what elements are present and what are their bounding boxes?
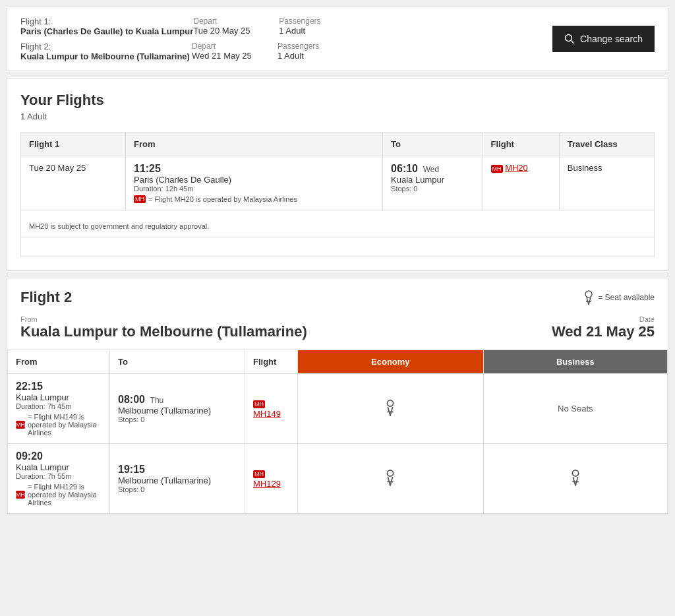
flight1-row: Flight 1: Paris (Charles De Gaulle) to K… <box>20 16 552 36</box>
seat-available-icon-2 <box>382 469 398 486</box>
stops-info: Stops: 0 <box>391 185 474 193</box>
row2-business[interactable] <box>483 444 667 514</box>
operated-by-text: = Flight MH20 is operated by Malaysia Ai… <box>148 195 297 203</box>
row1-depart-city: Kuala Lumpur <box>16 392 102 402</box>
your-flights-subtitle: 1 Adult <box>20 111 655 121</box>
svg-point-2 <box>585 291 592 297</box>
mh-logo-icon-6: MH <box>253 470 265 478</box>
flight-duration: Duration: 12h 45m <box>134 185 374 193</box>
row1-duration: Duration: 7h 45m <box>16 402 102 410</box>
flight1-depart: Depart Tue 20 May 25 <box>193 16 279 36</box>
th-from: From <box>125 133 382 156</box>
arrive-city: Kuala Lumpur <box>391 175 474 185</box>
table-row: Tue 20 May 25 11:25 Paris (Charles De Ga… <box>21 156 655 210</box>
row-date: Tue 20 May 25 <box>21 156 126 210</box>
seat-available-icon-3 <box>568 469 583 486</box>
flight-info-rows: Flight 1: Paris (Charles De Gaulle) to K… <box>20 16 552 61</box>
arrive-time-wrapper: 06:10 Wed <box>391 163 474 175</box>
table-row: 09:20 Kuala Lumpur Duration: 7h 55m MH =… <box>8 444 668 514</box>
route-date: Wed 21 May 25 <box>552 323 655 340</box>
row2-operated: MH = Flight MH129 is operated by Malaysi… <box>16 483 102 507</box>
note-row: MH20 is subject to government and regula… <box>21 210 655 237</box>
row2-stops: Stops: 0 <box>118 485 237 493</box>
flight2-depart-label: Depart <box>192 42 278 51</box>
mh-logo-icon-2: MH <box>491 165 503 173</box>
from-label: From <box>20 315 307 323</box>
row-flight: MH MH20 <box>483 156 559 210</box>
row1-economy[interactable] <box>298 374 484 444</box>
note-cell: MH20 is subject to government and regula… <box>21 210 655 237</box>
route-date-bar: From Kuala Lumpur to Melbourne (Tullamar… <box>7 313 668 350</box>
row-travel-class: Business <box>559 156 654 210</box>
arrive-time: 06:10 <box>391 163 418 174</box>
mh-logo-icon-4: MH <box>253 400 265 408</box>
th-travel-class: Travel Class <box>559 133 654 156</box>
flight2-row: Flight 2: Kuala Lumpur to Melbourne (Tul… <box>20 42 552 61</box>
top-search-bar: Flight 1: Paris (Charles De Gaulle) to K… <box>7 7 668 71</box>
flight2-pax-label: Passengers <box>278 42 363 51</box>
row2-depart-city: Kuala Lumpur <box>16 462 102 472</box>
stops-count: 0 <box>413 185 417 193</box>
approval-note: MH20 is subject to government and regula… <box>29 217 646 230</box>
seat-available-text: = Seat available <box>598 293 655 302</box>
row2-from: 09:20 Kuala Lumpur Duration: 7h 55m MH =… <box>8 444 110 514</box>
row1-business: No Seats <box>483 374 667 444</box>
your-flights-table: Flight 1 From To Flight Travel Class Tue… <box>20 132 655 257</box>
th-to: To <box>383 133 483 156</box>
row2-to: 19:15 Melbourne (Tullamarine) Stops: 0 <box>110 444 245 514</box>
arrive-day: Wed <box>423 165 439 174</box>
flight2-section: Flight 2 = Seat available From Kuala Lum… <box>7 278 668 514</box>
flight1-num: Flight 1: <box>20 16 51 26</box>
route-col: From Kuala Lumpur to Melbourne (Tullamar… <box>20 315 307 340</box>
flight1-depart-date: Tue 20 May 25 <box>193 26 279 36</box>
operated-by: MH = Flight MH20 is operated by Malaysia… <box>134 195 374 203</box>
your-flights-title: Your Flights <box>20 92 655 109</box>
row2-operated-text: = Flight MH129 is operated by Malaysia A… <box>28 483 102 507</box>
th-flight1: Flight 1 <box>21 133 126 156</box>
flight2-section-title: Flight 2 <box>20 289 72 306</box>
flight-link[interactable]: MH20 <box>505 163 528 173</box>
your-flights-section: Your Flights 1 Adult Flight 1 From To Fl… <box>7 78 668 271</box>
mh-logo-icon: MH <box>134 195 146 203</box>
flight2-num: Flight 2: <box>20 42 51 51</box>
row2-arrive-city: Melbourne (Tullamarine) <box>118 476 237 485</box>
th2-from: From <box>8 350 110 374</box>
row1-operated-text: = Flight MH149 is operated by Malaysia A… <box>28 413 102 437</box>
svg-point-0 <box>566 35 572 42</box>
row1-arrive-day: Thu <box>150 396 164 405</box>
flight2-pax-count: 1 Adult <box>278 51 363 61</box>
row-to: 06:10 Wed Kuala Lumpur Stops: 0 <box>383 156 483 210</box>
date-col: Date Wed 21 May 25 <box>552 315 655 340</box>
row1-to: 08:00 Thu Melbourne (Tullamarine) Stops:… <box>110 374 245 444</box>
flight2-depart: Depart Wed 21 May 25 <box>192 42 278 61</box>
row1-arrive-time: 08:00 <box>118 394 145 405</box>
th2-economy: Economy <box>298 350 484 374</box>
th2-flight: Flight <box>245 350 298 374</box>
row1-flight: MH MH149 <box>245 374 298 444</box>
row2-flight-link[interactable]: MH129 <box>253 479 281 489</box>
row1-stops: Stops: 0 <box>118 416 237 423</box>
change-search-label: Change search <box>580 34 643 44</box>
svg-point-4 <box>388 400 394 406</box>
row2-flight: MH MH129 <box>245 444 298 514</box>
row1-flight-link[interactable]: MH149 <box>253 409 281 419</box>
seat-available-icon-1 <box>382 399 398 416</box>
svg-point-6 <box>388 470 394 476</box>
flight1-pax: Passengers 1 Adult <box>279 16 365 36</box>
flight1-pax-label: Passengers <box>279 16 365 26</box>
flight1-pax-count: 1 Adult <box>279 26 365 36</box>
flight2-header: Flight 2 = Seat available <box>7 278 668 313</box>
empty-row <box>21 237 655 257</box>
award-seat-icon <box>582 290 595 305</box>
row2-arrive-time: 19:15 <box>118 464 145 475</box>
change-search-button[interactable]: Change search <box>552 26 655 52</box>
row2-depart-time: 09:20 <box>16 450 102 462</box>
row1-from: 22:15 Kuala Lumpur Duration: 7h 45m MH =… <box>8 374 110 444</box>
th2-to: To <box>110 350 245 374</box>
flight1-depart-label: Depart <box>193 16 279 26</box>
depart-time: 11:25 <box>134 163 374 175</box>
row2-economy[interactable] <box>298 444 484 514</box>
row1-operated: MH = Flight MH149 is operated by Malaysi… <box>16 413 102 437</box>
search-icon <box>564 34 575 44</box>
th-flight: Flight <box>483 133 559 156</box>
